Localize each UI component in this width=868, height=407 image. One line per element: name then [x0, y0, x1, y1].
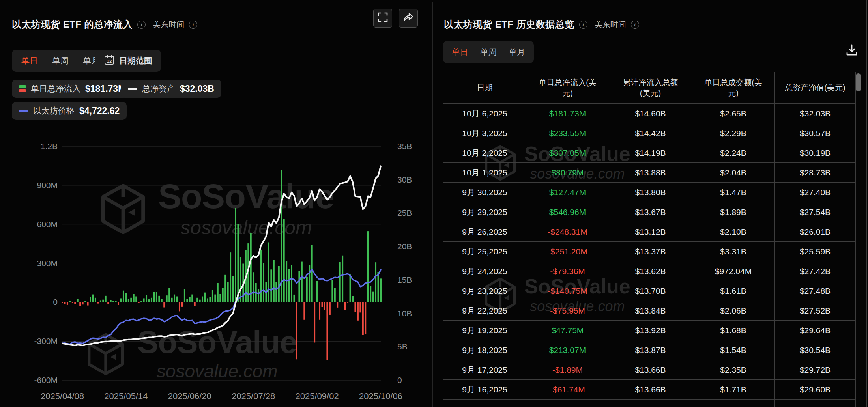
cell-inflow: -$79.36M [526, 261, 609, 281]
right-axis-tick: 35B [397, 142, 412, 151]
cell-cumulative: $13.66B [609, 360, 692, 380]
netflow-bar [199, 300, 201, 302]
cell-volume: $1.47B [692, 183, 775, 202]
bar-series-icon [19, 85, 26, 92]
netflow-bar [324, 302, 326, 310]
netflow-bar [337, 302, 338, 308]
cell-nav: $27.42B [775, 261, 856, 281]
netflow-bar [316, 281, 318, 302]
netflow-bar [123, 291, 124, 302]
cell-nav: $29.60B [775, 380, 856, 400]
netflow-bar [378, 272, 379, 302]
netflow-bar [171, 298, 173, 302]
left-axis-tick: 600M [37, 220, 58, 229]
left-axis-tick: 0 [53, 297, 58, 306]
svg-text:12: 12 [107, 59, 112, 63]
legend-net-assets[interactable]: 总净资产 $32.03B [121, 80, 221, 98]
netflow-bar [331, 280, 333, 302]
table-scrollbar-thumb[interactable] [856, 73, 861, 91]
right-axis-tick: 0 [397, 375, 402, 385]
cell-date: 9月 22,2025 [443, 301, 526, 321]
white-dash-icon [128, 88, 137, 90]
legend-value: $4,722.62 [79, 106, 120, 116]
netflow-bar [303, 302, 305, 319]
cell-date: 9月 16,2025 [443, 380, 526, 400]
date-range-button[interactable]: 12 日期范围 [95, 50, 161, 72]
netflow-bar [151, 298, 152, 302]
x-axis-tick: 2025/07/28 [232, 391, 275, 401]
legend-eth-price[interactable]: 以太坊价格 $4,722.62 [12, 102, 127, 120]
netflow-chart[interactable]: SoSoValue sosovalue.com SoSoValue sosova… [4, 130, 432, 407]
etf-history-table: 日期单日总净流入(美元)累计净流入总额(美元)单日总成交额(美元)总资产净值(美… [443, 72, 856, 407]
cell-cumulative: $14.19B [609, 143, 692, 163]
netflow-bar [326, 302, 328, 360]
cell-cumulative: $13.80B [609, 183, 692, 202]
netflow-bar [140, 301, 142, 302]
netflow-bar [227, 282, 229, 302]
tab-daily[interactable]: 单日 [21, 55, 38, 66]
share-button[interactable] [399, 9, 418, 28]
netflow-bar [125, 293, 127, 302]
netflow-bar [301, 262, 303, 302]
netflow-bar [174, 295, 175, 302]
date-range-label: 日期范围 [119, 55, 152, 66]
netflow-bar [107, 302, 109, 304]
cell-volume: $2.06B [692, 301, 775, 321]
netflow-bar [359, 302, 361, 312]
netflow-bar [67, 302, 68, 305]
cell-nav: $30.57B [775, 123, 856, 143]
cell-cumulative: $13.37B [609, 242, 692, 261]
netflow-bar [110, 300, 112, 302]
netflow-bar [118, 302, 119, 305]
cell-nav: $30.54B [775, 340, 856, 360]
legend-daily-netflow[interactable]: 单日总净流入 $181.73M [12, 80, 133, 98]
netflow-bar [153, 292, 155, 302]
cell-inflow: $213.07M [526, 340, 609, 360]
netflow-bar [372, 292, 374, 302]
netflow-bar [184, 289, 185, 302]
table-row: 10月 3,2025$233.55M$14.42B$2.29B$30.57B [443, 123, 856, 143]
legend-value: $181.73M [85, 84, 125, 94]
netflow-bar [322, 302, 323, 307]
netflow-bar [347, 302, 348, 303]
netflow-bar [135, 297, 137, 302]
netflow-bar [115, 301, 117, 302]
netflow-bar [283, 219, 285, 302]
netflow-bar [146, 295, 147, 302]
cell-volume: $2.29B [692, 123, 775, 143]
netflow-bar [72, 302, 73, 303]
netflow-bar [166, 295, 168, 302]
netflow-bar [163, 302, 165, 307]
netflow-bar [158, 296, 160, 302]
cell-cumulative: $13.84B [609, 301, 692, 321]
netflow-bar [253, 272, 254, 302]
net-assets-line [62, 166, 381, 345]
netflow-bar [222, 288, 224, 302]
x-axis-tick: 2025/09/02 [296, 391, 339, 401]
cell-inflow: $47.75M [526, 321, 609, 340]
netflow-bar [219, 294, 221, 302]
netflow-bar [375, 262, 376, 302]
netflow-bar [286, 261, 287, 302]
table-row: 9月 30,2025$127.47M$13.80B$1.47B$27.40B [443, 183, 856, 202]
netflow-bar [204, 293, 206, 302]
tab-weekly[interactable]: 单周 [52, 55, 69, 66]
etf-dashboard: 以太坊现货 ETF 的总净流入 i 美东时间 i 单日 单周 单月 [0, 0, 868, 407]
netflow-bar [143, 298, 145, 302]
netflow-bar [342, 256, 343, 302]
cell-cumulative: $13.88B [609, 163, 692, 183]
cell-date: 9月 29,2025 [443, 202, 526, 222]
cell-nav: $27.48B [775, 281, 856, 301]
cell-nav: $27.54B [775, 202, 856, 222]
info-icon[interactable]: i [189, 21, 197, 29]
cell-nav: $26.01B [775, 222, 856, 242]
netflow-chart-svg[interactable]: 1.2B900M600M300M0-300M-600M35B30B25B20B1… [4, 130, 432, 407]
cell-empty [775, 400, 856, 407]
netflow-bar [212, 290, 213, 302]
netflow-bar [69, 301, 71, 302]
cell-cumulative: $14.42B [609, 123, 692, 143]
info-icon[interactable]: i [137, 21, 146, 29]
fullscreen-button[interactable] [373, 9, 392, 28]
table-row: 9月 24,2025-$79.36M$13.62B$972.04M$27.42B [443, 261, 856, 281]
cell-date: 10月 3,2025 [443, 123, 526, 143]
